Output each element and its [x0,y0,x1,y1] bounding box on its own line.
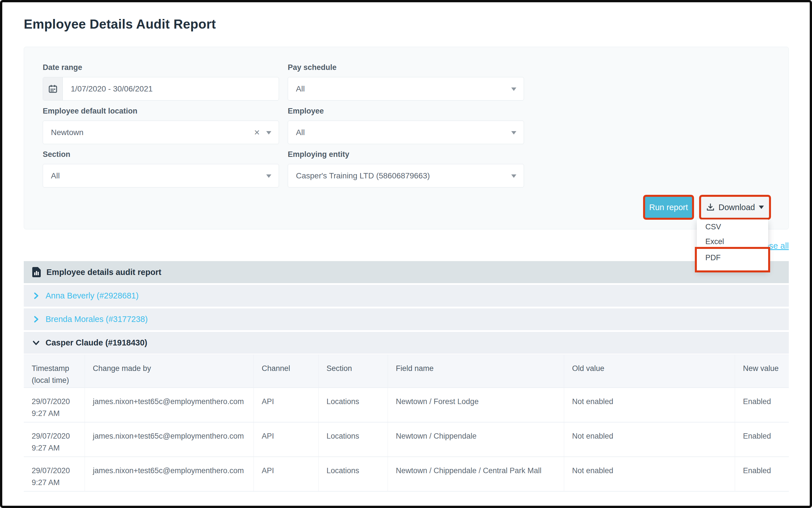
caret-down-icon [759,206,764,209]
table-row: 29/07/2020 9:27 AM james.nixon+test65c@e… [24,457,789,492]
date-range-label: Date range [43,63,82,72]
chevron-right-icon[interactable] [32,315,40,323]
employing-entity-value: Casper's Training LTD (58606879663) [288,171,430,180]
cell-timestamp: 29/07/2020 9:27 AM [24,457,85,491]
page-title: Employee Details Audit Report [24,16,216,32]
audit-report-page: Employee Details Audit Report Date range… [0,0,812,508]
cell-old-value: Not enabled [564,388,735,422]
cell-field-name: Newtown / Chippendale / Central Park Mal… [388,457,564,491]
col-header-field-name: Field name [388,355,564,387]
audit-table: Timestamp (local time) Change made by Ch… [24,354,789,492]
employee-select[interactable]: All [288,121,524,144]
section-select[interactable]: All [43,164,279,187]
dropdown-caret-icon [266,131,271,134]
cell-timestamp: 29/07/2020 9:27 AM [24,388,85,422]
download-menu: CSV Excel PDF [697,219,768,270]
calendar-icon [43,77,63,100]
dropdown-caret-icon [511,87,516,91]
cell-section: Locations [319,388,388,422]
dropdown-caret-icon [266,174,271,178]
col-header-new-value: New value [735,355,789,387]
cell-changed-by: james.nixon+test65c@employmenthero.com [85,457,254,491]
download-menu-item-pdf[interactable]: PDF [697,249,768,270]
cell-time: 9:27 AM [32,477,78,489]
cell-changed-by: james.nixon+test65c@employmenthero.com [85,388,254,422]
date-range-input[interactable]: 1/07/2020 - 30/06/2021 [43,77,279,100]
default-location-value: Newtown [43,128,84,137]
cell-old-value: Not enabled [564,457,735,491]
default-location-label: Employee default location [43,107,138,116]
cell-new-value: Enabled [735,457,789,491]
download-button-label: Download [719,203,755,212]
chevron-right-icon[interactable] [32,292,40,300]
col-header-section: Section [319,355,388,387]
table-header-row: Timestamp (local time) Change made by Ch… [24,354,789,388]
cell-section: Locations [319,457,388,491]
date-range-value: 1/07/2020 - 30/06/2021 [63,84,153,93]
download-icon [706,203,715,212]
download-menu-item-excel[interactable]: Excel [697,234,768,249]
report-header-bar: Employee details audit report [24,261,789,283]
clear-icon[interactable]: ✕ [254,128,260,137]
download-button[interactable]: Download [701,197,769,218]
cell-date: 29/07/2020 [32,430,78,442]
cell-timestamp: 29/07/2020 9:27 AM [24,422,85,457]
col-header-old-value: Old value [564,355,735,387]
pay-schedule-value: All [288,84,305,93]
group-label[interactable]: Casper Claude (#1918430) [46,338,147,347]
cell-field-name: Newtown / Forest Lodge [388,388,564,422]
cell-section: Locations [319,422,388,457]
cell-old-value: Not enabled [564,422,735,457]
cell-changed-by: james.nixon+test65c@employmenthero.com [85,422,254,457]
cell-channel: API [254,422,319,457]
pay-schedule-select[interactable]: All [288,77,524,100]
chevron-down-icon[interactable] [32,339,40,347]
cell-new-value: Enabled [735,388,789,422]
employing-entity-select[interactable]: Casper's Training LTD (58606879663) [288,164,524,187]
employee-label: Employee [288,107,324,116]
cell-channel: API [254,388,319,422]
section-label: Section [43,150,70,159]
group-row-brenda-morales[interactable]: Brenda Morales (#3177238) [24,308,789,330]
cell-channel: API [254,457,319,491]
cell-field-name: Newtown / Chippendale [388,422,564,457]
employee-value: All [288,128,305,137]
employing-entity-label: Employing entity [288,150,349,159]
group-label[interactable]: Brenda Morales (#3177238) [46,314,148,324]
cell-time: 9:27 AM [32,408,78,420]
run-report-button[interactable]: Run report [645,197,692,218]
col-header-changed-by: Change made by [85,355,254,387]
group-row-anna-beverly[interactable]: Anna Beverly (#2928681) [24,285,789,307]
table-row: 29/07/2020 9:27 AM james.nixon+test65c@e… [24,388,789,422]
cell-date: 29/07/2020 [32,465,78,477]
pay-schedule-label: Pay schedule [288,63,337,72]
dropdown-caret-icon [511,174,516,178]
col-header-channel: Channel [254,355,319,387]
report-icon [32,267,41,277]
cell-new-value: Enabled [735,422,789,457]
report-title: Employee details audit report [46,267,161,277]
dropdown-caret-icon [511,131,516,134]
section-value: All [43,171,60,180]
cell-date: 29/07/2020 [32,396,78,408]
col-header-timestamp: Timestamp (local time) [24,355,85,387]
default-location-select[interactable]: Newtown ✕ [43,121,279,144]
cell-time: 9:27 AM [32,442,78,454]
group-label[interactable]: Anna Beverly (#2928681) [46,291,139,300]
download-menu-item-csv[interactable]: CSV [697,219,768,234]
group-row-casper-claude[interactable]: Casper Claude (#1918430) [24,332,789,354]
table-row: 29/07/2020 9:27 AM james.nixon+test65c@e… [24,422,789,457]
